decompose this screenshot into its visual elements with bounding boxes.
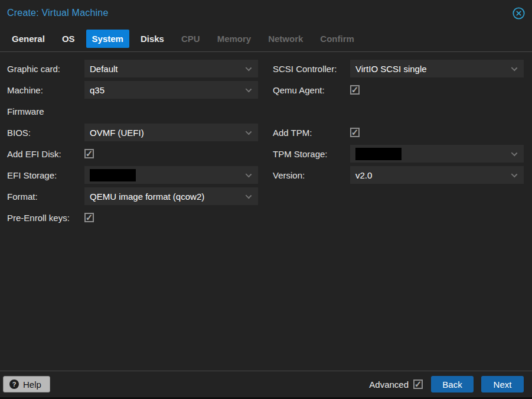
bios-label: BIOS: (7, 128, 84, 138)
add-efi-disk-label: Add EFI Disk: (7, 149, 84, 159)
dialog-titlebar: Create: Virtual Machine (0, 0, 532, 26)
advanced-label: Advanced (369, 379, 409, 390)
help-button[interactable]: ? Help (3, 376, 50, 392)
format-select[interactable]: QEMU image format (qcow2) (84, 187, 258, 205)
scsi-controller-select[interactable]: VirtIO SCSI single (350, 60, 524, 77)
format-row: Format: QEMU image format (qcow2) (7, 187, 258, 205)
qemu-agent-row: Qemu Agent: (273, 81, 524, 99)
form-left-column: Graphic card: Default Machine: q35 Firmw… (7, 60, 258, 371)
graphic-card-label: Graphic card: (7, 64, 84, 74)
pre-enroll-keys-label: Pre-Enroll keys: (7, 213, 84, 223)
qemu-agent-label: Qemu Agent: (273, 85, 350, 95)
add-efi-disk-checkbox[interactable] (84, 149, 94, 158)
redacted-value-box (355, 148, 402, 160)
chevron-down-icon (246, 171, 252, 178)
redacted-value-box (90, 169, 136, 181)
version-label: Version: (273, 170, 350, 180)
chevron-down-icon (246, 129, 252, 135)
version-value: v2.0 (355, 170, 372, 180)
version-row: Version: v2.0 (273, 166, 524, 184)
bios-select[interactable]: OVMF (UEFI) (84, 124, 258, 141)
pre-enroll-keys-checkbox[interactable] (84, 213, 94, 222)
format-label: Format: (7, 192, 84, 202)
system-tab-panel: Graphic card: Default Machine: q35 Firmw… (0, 52, 532, 371)
help-label: Help (23, 379, 41, 390)
tab-general[interactable]: General (6, 30, 51, 48)
tab-os[interactable]: OS (56, 30, 81, 48)
add-tpm-label: Add TPM: (273, 128, 350, 138)
footer-actions: Advanced Back Next (369, 376, 524, 392)
tab-cpu: CPU (175, 30, 206, 48)
chevron-down-icon (246, 65, 252, 72)
tab-disks[interactable]: Disks (135, 30, 170, 48)
tab-memory: Memory (211, 30, 257, 48)
help-icon: ? (9, 379, 19, 389)
wizard-tabbar: General OS System Disks CPU Memory Netwo… (0, 26, 532, 52)
close-icon[interactable] (513, 7, 525, 20)
scsi-controller-row: SCSI Controller: VirtIO SCSI single (273, 60, 524, 77)
tpm-storage-select[interactable] (350, 145, 524, 163)
version-select[interactable]: v2.0 (350, 166, 524, 184)
bios-value: OVMF (UEFI) (90, 128, 144, 138)
tpm-storage-row: TPM Storage: (273, 145, 524, 163)
scsi-controller-value: VirtIO SCSI single (355, 64, 427, 74)
tpm-storage-label: TPM Storage: (273, 149, 350, 159)
graphic-card-select[interactable]: Default (84, 60, 258, 77)
bios-row: BIOS: OVMF (UEFI) (7, 124, 258, 141)
firmware-heading: Firmware (7, 106, 84, 116)
machine-value: q35 (90, 85, 105, 95)
add-tpm-checkbox[interactable] (350, 128, 360, 137)
advanced-checkbox[interactable] (413, 379, 423, 389)
graphic-card-value: Default (90, 64, 118, 74)
next-button[interactable]: Next (481, 376, 524, 392)
add-efi-disk-row: Add EFI Disk: (7, 145, 258, 163)
chevron-down-icon (246, 193, 252, 199)
tab-network: Network (262, 30, 309, 48)
form-right-column: SCSI Controller: VirtIO SCSI single Qemu… (273, 60, 524, 371)
efi-storage-row: EFI Storage: (7, 166, 258, 184)
efi-storage-select[interactable] (84, 166, 258, 184)
efi-storage-label: EFI Storage: (7, 170, 84, 180)
tab-confirm: Confirm (314, 30, 360, 48)
chevron-down-icon (246, 86, 252, 93)
chevron-down-icon (511, 150, 518, 157)
pre-enroll-keys-row: Pre-Enroll keys: (7, 209, 258, 226)
firmware-heading-row: Firmware (7, 102, 258, 120)
format-value: QEMU image format (qcow2) (90, 192, 204, 202)
add-tpm-row: Add TPM: (273, 124, 524, 141)
dialog-footer: ? Help Advanced Back Next (0, 371, 532, 397)
chevron-down-icon (511, 65, 518, 72)
machine-select[interactable]: q35 (84, 81, 258, 99)
graphic-card-row: Graphic card: Default (7, 60, 258, 77)
tab-system[interactable]: System (86, 30, 129, 48)
back-button[interactable]: Back (431, 376, 474, 392)
machine-label: Machine: (7, 85, 84, 95)
machine-row: Machine: q35 (7, 81, 258, 99)
dialog-title: Create: Virtual Machine (7, 8, 109, 18)
chevron-down-icon (511, 171, 518, 178)
qemu-agent-checkbox[interactable] (350, 85, 360, 95)
scsi-controller-label: SCSI Controller: (273, 64, 350, 74)
create-vm-dialog: Create: Virtual Machine General OS Syste… (0, 0, 532, 399)
